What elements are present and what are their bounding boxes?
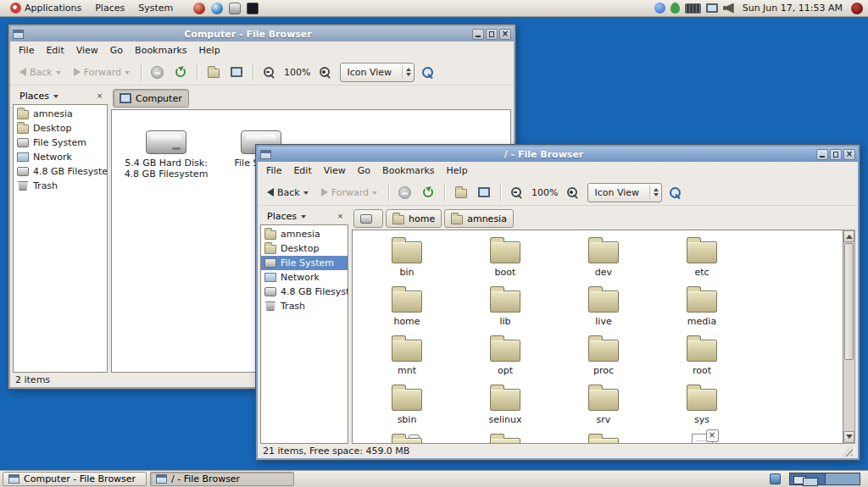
sidebar-close-button[interactable] (334, 210, 347, 223)
sidebar-item[interactable]: amnesia (14, 107, 107, 121)
back-dropdown-icon[interactable] (303, 191, 309, 197)
file-item[interactable]: selinux (456, 383, 554, 432)
sidebar-item[interactable]: 4.8 GB Filesystem (261, 285, 348, 299)
menu-item[interactable]: Help (441, 162, 474, 180)
minimize-button[interactable] (472, 29, 484, 40)
titlebar[interactable]: Computer - File Browser (10, 26, 514, 42)
file-item[interactable]: mnt (358, 334, 456, 383)
menu-item[interactable]: View (70, 42, 104, 59)
resize-grip[interactable] (842, 445, 853, 457)
places-selector[interactable]: Places (262, 210, 311, 223)
file-item[interactable]: media (653, 285, 751, 334)
launcher-icon[interactable] (247, 3, 259, 14)
menu-item[interactable]: Help (193, 42, 226, 59)
menu-item[interactable]: File (260, 162, 287, 180)
back-dropdown-icon[interactable] (56, 71, 61, 77)
computer-button[interactable] (474, 182, 494, 202)
file-item[interactable]: tmp (358, 432, 456, 444)
zoom-in-button[interactable] (314, 62, 335, 82)
sidebar-item[interactable]: 4.8 GB Filesystem (14, 164, 107, 179)
reload-button[interactable] (170, 62, 191, 82)
menu-item[interactable]: File (13, 42, 40, 59)
file-item[interactable]: home (358, 285, 456, 334)
stop-button[interactable] (395, 182, 415, 202)
maximize-button[interactable] (830, 149, 842, 160)
computer-button[interactable] (226, 62, 247, 82)
file-item[interactable]: usr (456, 432, 554, 444)
menu-item[interactable]: Edit (287, 162, 317, 180)
file-grid[interactable]: bin boot dev (352, 230, 843, 444)
file-item[interactable]: live (554, 285, 653, 334)
file-item[interactable]: boot (456, 235, 554, 285)
menu-item[interactable]: Go (352, 162, 376, 180)
tray-icon[interactable] (706, 3, 718, 13)
file-item[interactable]: sbin (358, 383, 456, 432)
launcher-icon[interactable] (211, 3, 223, 14)
search-button[interactable] (665, 182, 685, 202)
drive-item[interactable]: 5.4 GB Hard Disk: 4.8 GB Filesystem (119, 124, 214, 196)
logout-icon[interactable] (851, 3, 863, 14)
breadcrumb-button[interactable] (353, 209, 383, 228)
file-item[interactable]: dev (554, 235, 653, 285)
panel-menu-item[interactable]: System (131, 0, 180, 16)
close-button[interactable] (499, 29, 511, 40)
scrollbar-thumb[interactable] (844, 243, 854, 360)
panel-menu-item[interactable]: Places (88, 0, 131, 16)
reload-button[interactable] (418, 182, 438, 202)
home-button[interactable] (203, 62, 224, 82)
file-item[interactable]: sys (653, 383, 751, 432)
sidebar-item[interactable]: Network (14, 150, 107, 164)
file-item[interactable]: bin (358, 235, 456, 285)
breadcrumb-button[interactable]: amnesia (444, 209, 514, 228)
view-mode-select[interactable]: Icon View (340, 63, 415, 82)
launcher-icon[interactable] (229, 3, 241, 14)
scrollbar-track[interactable] (843, 242, 854, 431)
scroll-up-icon[interactable] (843, 230, 854, 242)
sidebar-item[interactable]: Desktop (14, 121, 107, 136)
places-selector[interactable]: Places (14, 90, 64, 102)
file-item[interactable]: root (653, 334, 751, 383)
file-item[interactable]: opt (456, 334, 554, 383)
file-item[interactable]: var (554, 432, 653, 444)
menu-item[interactable]: Bookmarks (376, 162, 440, 180)
sidebar-item[interactable]: Trash (14, 179, 107, 193)
clock[interactable]: Sun Jun 17, 11:53 AM (736, 3, 849, 14)
forward-button[interactable]: Forward (316, 185, 382, 201)
window-root-file-browser[interactable]: / - File Browser FileEditViewGoBookmarks… (256, 145, 860, 460)
breadcrumb-button[interactable]: home (386, 209, 442, 228)
tray-icon[interactable] (685, 3, 701, 14)
back-button[interactable]: Back (14, 64, 66, 80)
task-button[interactable]: / - File Browser (150, 472, 294, 486)
sidebar-item[interactable]: File System (261, 256, 348, 270)
back-button[interactable]: Back (262, 185, 314, 201)
sidebar-item[interactable]: Desktop (261, 241, 348, 256)
close-button[interactable] (843, 149, 855, 160)
workspace-1[interactable] (790, 473, 825, 484)
sidebar-item[interactable]: Trash (261, 299, 348, 313)
sidebar-item[interactable]: Network (261, 270, 348, 285)
tray-icon[interactable] (723, 3, 734, 14)
home-button[interactable] (451, 182, 471, 202)
menu-item[interactable]: Bookmarks (129, 42, 192, 59)
zoom-out-button[interactable] (507, 182, 527, 202)
forward-dropdown-icon[interactable] (372, 191, 377, 197)
sidebar-close-button[interactable] (93, 90, 106, 102)
panel-applet-icon[interactable] (770, 473, 781, 484)
tray-icon[interactable] (654, 3, 665, 14)
minimize-button[interactable] (816, 149, 828, 160)
forward-dropdown-icon[interactable] (125, 71, 130, 77)
panel-menu-item[interactable]: Applications (3, 0, 88, 16)
titlebar[interactable]: / - File Browser (258, 147, 858, 162)
tray-icon[interactable] (670, 3, 680, 14)
task-button[interactable]: Computer - File Browser (3, 472, 147, 486)
forward-button[interactable]: Forward (69, 64, 135, 80)
maximize-button[interactable] (486, 29, 498, 40)
sidebar-item[interactable]: File System (14, 136, 107, 150)
vertical-scrollbar[interactable] (843, 230, 855, 444)
breadcrumb-button[interactable]: Computer (113, 89, 189, 108)
search-button[interactable] (417, 62, 437, 82)
workspace-2[interactable] (825, 473, 860, 484)
file-item[interactable]: initrd.img (653, 432, 751, 444)
file-item[interactable]: lib (456, 285, 554, 334)
stop-button[interactable] (147, 62, 168, 82)
